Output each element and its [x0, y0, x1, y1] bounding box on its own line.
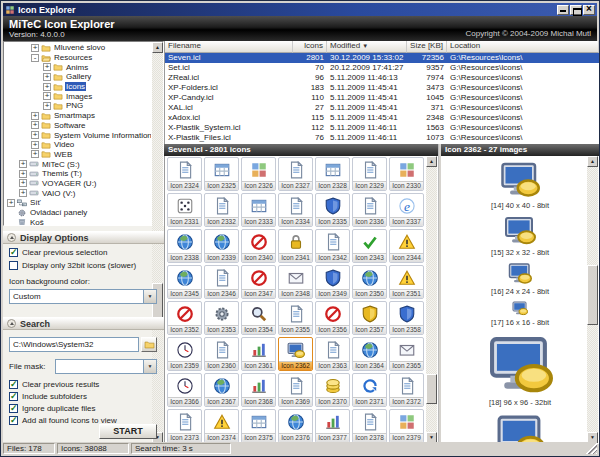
image-size-item[interactable]: [15] 32 x 32 - 8bit: [441, 214, 599, 257]
collapse-icon[interactable]: [7, 319, 16, 328]
grid-icon-icon-2363[interactable]: Icon 2363: [315, 337, 350, 371]
table-row[interactable]: Set.icl7020.12.2009 17:41:279357G:\Resou…: [165, 63, 599, 73]
expand-toggle[interactable]: +: [31, 112, 39, 120]
scroll-up-icon[interactable]: ▲: [152, 42, 163, 53]
table-row[interactable]: xAdox.icl1155.11.2009 11:45:412348G:\Res…: [165, 113, 599, 123]
column-header-location[interactable]: Location: [447, 41, 599, 53]
grid-icon-icon-2356[interactable]: Icon 2356: [315, 301, 350, 335]
checkbox-box[interactable]: [9, 380, 18, 389]
expand-toggle[interactable]: +: [19, 189, 27, 197]
column-header-filename[interactable]: Filename: [165, 41, 293, 53]
image-size-item[interactable]: [17] 16 x 16 - 8bit: [441, 300, 599, 327]
tree-item-video[interactable]: +Video: [5, 140, 151, 150]
grid-icon-icon-2350[interactable]: Icon 2350: [352, 265, 387, 299]
grid-icon-icon-2366[interactable]: Icon 2366: [167, 373, 202, 407]
grid-icon-icon-2373[interactable]: Icon 2373: [167, 409, 202, 443]
grid-icon-icon-2374[interactable]: Icon 2374: [204, 409, 239, 443]
tree-item-anims[interactable]: +Anims: [5, 62, 151, 72]
grid-icon-icon-2328[interactable]: Icon 2328: [315, 157, 350, 191]
collapse-toggle[interactable]: -: [31, 54, 39, 62]
expand-toggle[interactable]: +: [31, 131, 39, 139]
checkbox-box[interactable]: [9, 404, 18, 413]
table-row[interactable]: XAL.icl275.11.2009 11:45:41371G:\Resourc…: [165, 103, 599, 113]
tree-item-vaio-v[interactable]: +VAIO (V:): [5, 188, 151, 198]
tree-item-mitec-s[interactable]: +MiTeC (S:): [5, 159, 151, 169]
image-size-item[interactable]: [14] 40 x 40 - 8bit: [441, 159, 599, 210]
grid-icon-icon-2371[interactable]: Icon 2371: [352, 373, 387, 407]
file-mask-select[interactable]: ▼: [55, 359, 157, 374]
column-header-icons[interactable]: Icons: [293, 41, 327, 53]
grid-icon-icon-2349[interactable]: Icon 2349: [315, 265, 350, 299]
expand-toggle[interactable]: +: [31, 44, 39, 52]
bg-color-select[interactable]: Custom ▼: [9, 289, 157, 304]
tree-item-web[interactable]: +WEB: [5, 150, 151, 160]
grid-icon-icon-2346[interactable]: Icon 2346: [204, 265, 239, 299]
grid-icon-icon-2360[interactable]: Icon 2360: [204, 337, 239, 371]
grid-icon-icon-2329[interactable]: Icon 2329: [352, 157, 387, 191]
grid-icon-icon-2327[interactable]: Icon 2327: [278, 157, 313, 191]
grid-icon-icon-2372[interactable]: Icon 2372: [389, 373, 424, 407]
tree-item-voyager-u[interactable]: +VOYAGER (U:): [5, 179, 151, 189]
grid-icon-icon-2354[interactable]: Icon 2354: [241, 301, 276, 335]
tree-item-icons[interactable]: +Icons: [5, 82, 151, 92]
grid-icon-icon-2345[interactable]: Icon 2345: [167, 265, 202, 299]
search-header[interactable]: Search: [3, 317, 164, 330]
grid-icon-icon-2324[interactable]: Icon 2324: [167, 157, 202, 191]
tree-item-resources[interactable]: -Resources: [5, 53, 151, 63]
tree-item-system-volume-information[interactable]: +System Volume Information: [5, 130, 151, 140]
grid-icon-icon-2352[interactable]: Icon 2352: [167, 301, 202, 335]
checkbox-box[interactable]: [9, 261, 18, 270]
resize-grip[interactable]: [586, 443, 597, 454]
grid-icon-icon-2357[interactable]: Icon 2357: [352, 301, 387, 335]
grid-icon-icon-2336[interactable]: Icon 2336: [352, 193, 387, 227]
image-size-item[interactable]: [18] 96 x 96 - 32bit: [441, 331, 599, 407]
grid-icon-icon-2361[interactable]: Icon 2361: [241, 337, 276, 371]
expand-toggle[interactable]: +: [43, 92, 51, 100]
expand-toggle[interactable]: +: [43, 102, 51, 110]
tree-item-s[interactable]: +Síť: [5, 198, 151, 208]
tree-item-ovl-dac-panely[interactable]: +Ovládací panely: [5, 208, 151, 218]
table-row[interactable]: ZReal.icl965.11.2009 11:46:137974G:\Reso…: [165, 73, 599, 83]
grid-icon-icon-2340[interactable]: Icon 2340: [241, 229, 276, 263]
image-size-item[interactable]: [19] 72 x 72 - 32bit: [441, 411, 599, 444]
expand-toggle[interactable]: +: [31, 121, 39, 129]
table-row[interactable]: Seven.icl280130.12.2009 15:33:0272356G:\…: [165, 53, 599, 63]
scrollbar-thumb[interactable]: [426, 374, 437, 404]
expand-toggle[interactable]: +: [19, 179, 27, 187]
grid-icon-icon-2335[interactable]: Icon 2335: [315, 193, 350, 227]
grid-icon-icon-2337[interactable]: Icon 2337: [389, 193, 424, 227]
scroll-up-icon[interactable]: ▲: [426, 156, 437, 167]
collapse-icon[interactable]: [7, 233, 16, 242]
tree-item-gallery[interactable]: +Gallery: [5, 72, 151, 82]
tree-item-themis-t[interactable]: +Themis (T:): [5, 169, 151, 179]
grid-icon-icon-2326[interactable]: Icon 2326: [241, 157, 276, 191]
tree-item-png[interactable]: +PNG: [5, 101, 151, 111]
grid-icon-icon-2331[interactable]: Icon 2331: [167, 193, 202, 227]
maximize-button[interactable]: [570, 5, 582, 15]
checkbox-clear-previous-results[interactable]: Clear previous results: [9, 380, 99, 389]
table-row[interactable]: X-Plastik_Files.icl765.11.2009 11:46:111…: [165, 133, 599, 143]
checkbox-include-subfolders[interactable]: Include subfolders: [9, 392, 87, 401]
grid-icon-icon-2334[interactable]: Icon 2334: [278, 193, 313, 227]
titlebar[interactable]: Icon Explorer: [3, 3, 597, 16]
table-row[interactable]: XP-Folders.icl1835.11.2009 11:45:413473G…: [165, 83, 599, 93]
grid-icon-icon-2369[interactable]: Icon 2369: [278, 373, 313, 407]
expand-toggle[interactable]: +: [19, 170, 27, 178]
tree-item-software[interactable]: +Software: [5, 121, 151, 131]
grid-icon-icon-2353[interactable]: Icon 2353: [204, 301, 239, 335]
grid-icon-icon-2368[interactable]: Icon 2368: [241, 373, 276, 407]
grid-icon-icon-2332[interactable]: Icon 2332: [204, 193, 239, 227]
grid-icon-icon-2375[interactable]: Icon 2375: [241, 409, 276, 443]
column-header-size-kb[interactable]: Size [KB]: [407, 41, 447, 53]
expand-toggle[interactable]: +: [43, 73, 51, 81]
search-path-input[interactable]: [9, 337, 139, 352]
grid-icon-icon-2343[interactable]: Icon 2343: [352, 229, 387, 263]
browse-folder-button[interactable]: [141, 337, 157, 352]
tree-item-smartmaps[interactable]: +Smartmaps: [5, 111, 151, 121]
expand-toggle[interactable]: +: [31, 141, 39, 149]
table-row[interactable]: X-Plastik_System.icl1125.11.2009 11:46:1…: [165, 123, 599, 133]
expand-toggle[interactable]: +: [19, 160, 27, 168]
checkbox-display-only-32bit-icons-slower[interactable]: Display only 32bit icons (slower): [9, 261, 136, 270]
checkbox-box[interactable]: [9, 416, 18, 425]
grid-icon-icon-2339[interactable]: Icon 2339: [204, 229, 239, 263]
